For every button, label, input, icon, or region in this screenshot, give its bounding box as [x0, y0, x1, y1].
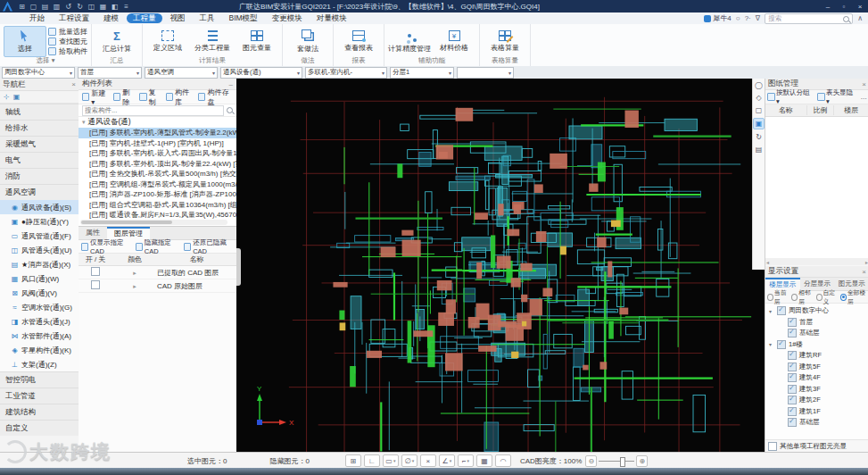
iso-view-icon[interactable]: ◇ [754, 93, 764, 103]
cad-viewport[interactable]: YX ◯◇▢▣↻▤ [236, 79, 765, 452]
ortho-mode-icon[interactable]: ∟ [364, 454, 380, 467]
user-account-chip[interactable]: 犀牛4 [704, 13, 731, 23]
component-list-item[interactable]: [已用] 多联机-室内机-薄型风管式-制冷量2.2(kW) [室内机 [79, 128, 236, 138]
more-options-icon[interactable]: … [861, 93, 868, 101]
slider-thumb[interactable] [620, 457, 625, 467]
sidebar-item-空调水管(通)(G)[interactable]: ≈空调水管(通)(G) [0, 300, 79, 314]
save-icon[interactable]: ▥ [52, 2, 62, 12]
close-icon[interactable]: × [862, 268, 866, 276]
component-list-item[interactable]: [已用] 组合式空调箱-卧式-风量10364(m3/h) [组合式空调 [79, 200, 236, 211]
sidebar-section-通风空调[interactable]: 通风空调 [0, 184, 79, 200]
floor-tree-item[interactable]: 建筑4F [765, 372, 868, 384]
list-view-icon[interactable]: ▤ [754, 145, 764, 154]
sidebar-section-自定义[interactable]: 自定义 [0, 420, 79, 436]
undo-icon[interactable]: ↺ [63, 2, 73, 12]
color-picker-icon[interactable]: ▸ [133, 270, 136, 276]
context-select-3[interactable]: 通风设备(通)▾ [220, 67, 302, 79]
tab-BIM模型[interactable]: BIM模型 [223, 13, 264, 23]
floor-tree-item[interactable]: ▾周田数字中心 [765, 305, 868, 317]
ribbon-button-图元查量[interactable]: 图元查量 [236, 26, 278, 57]
floor-checkbox[interactable] [788, 351, 797, 360]
layer-toolbar-还原已隐藏CAD[interactable]: 还原已隐藏CAD [184, 238, 234, 255]
component-search-input[interactable] [82, 105, 224, 116]
rect-mode-icon[interactable]: ▭▾ [383, 454, 399, 467]
sidebar-item-通风设备(通)(S)[interactable]: ◉通风设备(通)(S) [0, 200, 79, 214]
panel-settings-icon[interactable]: ▣ [13, 93, 21, 101]
component-list-item[interactable]: [已用] 室内机-挂壁式-1(HP) [室内机 1(HP)] [79, 138, 236, 149]
sidebar-section-轴线[interactable]: 轴线 [0, 104, 79, 120]
context-select-1[interactable]: 首层▾ [78, 67, 142, 79]
ribbon-button-材料价格[interactable]: 材料价格 [433, 26, 475, 57]
tab-视图[interactable]: 视图 [164, 13, 192, 23]
rotate-view-icon[interactable]: ↻ [754, 132, 764, 142]
tab-开始[interactable]: 开始 [23, 13, 51, 23]
layer-checkbox[interactable] [91, 280, 100, 289]
floor-tree-item[interactable]: 基础层 [765, 417, 868, 429]
ribbon-button-查找图元[interactable]: 查找图元 [48, 38, 87, 46]
close-icon[interactable]: × [71, 80, 76, 88]
radio-全部楼层[interactable]: 全部楼层 [840, 288, 867, 306]
layer-row[interactable]: ▸已提取的 CAD 图层 [79, 266, 236, 279]
sidebar-section-建筑结构[interactable]: 建筑结构 [0, 404, 79, 420]
scroll-left-icon[interactable]: ◂ [766, 259, 769, 265]
sidebar-section-给排水[interactable]: 给排水 [0, 120, 79, 136]
layer-toolbar-隐藏指定CAD[interactable]: 隐藏指定CAD [136, 238, 179, 255]
global-search-input[interactable]: 搜索 [765, 13, 853, 24]
context-select-4[interactable]: 多联机-室内机-▾ [305, 67, 387, 79]
sidebar-section-工业管道[interactable]: 工业管道 [0, 388, 79, 404]
sidebar-item-水管部件(通)(A)[interactable]: ⋈水管部件(通)(A) [0, 329, 79, 343]
sidebar-item-风阀(通)(V)[interactable]: ⊠风阀(通)(V) [0, 286, 79, 300]
tab-工程设置[interactable]: 工程设置 [53, 13, 95, 23]
brightness-plus-icon[interactable]: ⊕ [636, 455, 648, 467]
arc-mode-icon[interactable]: ◠ [495, 454, 511, 467]
redo-icon[interactable]: ↻ [75, 2, 85, 12]
maximize-icon[interactable]: ▫ [836, 0, 852, 12]
sidebar-section-消防[interactable]: 消防 [0, 168, 79, 184]
ribbon-button-定义区域[interactable]: 定义区域 [146, 26, 189, 57]
layer-row[interactable]: ▸CAD 原始图层 [79, 279, 236, 293]
sidebar-item-通风管道(通)(F)[interactable]: ▭通风管道(通)(F) [0, 229, 79, 243]
ribbon-button-分类工程量[interactable]: 分类工程量 [191, 26, 234, 57]
panel-grip[interactable] [236, 248, 241, 286]
context-select-5[interactable]: 分层1▾ [390, 67, 454, 79]
sidebar-section-电气[interactable]: 电气 [0, 152, 79, 168]
component-toolbar-新建[interactable]: 新建 ▾ [82, 88, 109, 106]
filter-icon[interactable]: ∇ [756, 14, 760, 22]
layer-toolbar-仅显示指定CAD[interactable]: 仅显示指定CAD [81, 238, 131, 255]
close-icon[interactable]: × [852, 0, 868, 12]
sidebar-item-●静压箱(通)(Y)[interactable]: ▣●静压箱(通)(Y) [0, 214, 79, 229]
horizontal-scrollbar[interactable]: ◂ ▸ [765, 258, 868, 265]
floor-tree-item[interactable]: 建筑3F [765, 384, 868, 396]
orbit-view-icon[interactable]: ◯ [754, 80, 764, 90]
floor-tree-item[interactable]: 建筑RF [765, 350, 868, 362]
floor-checkbox[interactable] [777, 306, 786, 315]
sidebar-item-零星构件(通)(K)[interactable]: ◈零星构件(通)(K) [0, 343, 79, 357]
panel-icon[interactable]: ◧ [110, 2, 120, 12]
floor-tree-item[interactable]: 建筑1F [765, 406, 868, 418]
color-picker-icon[interactable]: ▸ [133, 283, 136, 289]
snap-mode-icon[interactable]: ⌐▾ [458, 454, 474, 467]
tab-工程量[interactable]: 工程量 [127, 13, 162, 23]
horizontal-scrollbar[interactable] [80, 220, 227, 225]
grid-icon[interactable]: ▦ [98, 2, 108, 12]
cross-mode-icon[interactable]: × [420, 454, 436, 467]
ribbon-button-选择[interactable]: 选择 [4, 26, 46, 57]
tab-工具[interactable]: 工具 [194, 13, 221, 23]
floor-checkbox[interactable] [788, 362, 797, 371]
insert-icon[interactable]: ⊞ [17, 2, 27, 12]
marquee-mode-icon[interactable]: ⊞ [345, 454, 361, 467]
component-list-item[interactable]: [已用] 多联机-室外机-顶出风-制冷量22.4(kW) [室外机 专 [79, 159, 236, 170]
floor-tree-item[interactable]: ▾1#楼 [765, 339, 868, 351]
brightness-slider[interactable]: ⊖ ⊕ [585, 455, 648, 467]
context-select-6[interactable]: ▾ [457, 67, 514, 79]
grid-mode-icon[interactable]: ▦ [476, 454, 492, 467]
close-icon[interactable]: × [862, 80, 866, 88]
radio-相邻层[interactable]: 相邻层 [791, 288, 813, 306]
sidebar-section-采暖燃气[interactable]: 采暖燃气 [0, 136, 79, 152]
highlight-other-checkbox[interactable]: 其他单项工程图元亮显 [765, 439, 868, 452]
tab-对量模块[interactable]: 对量模块 [310, 13, 353, 23]
context-select-2[interactable]: 通风空调▾ [145, 67, 218, 79]
ribbon-button-汇总计算[interactable]: 汇总计算 [95, 26, 138, 57]
component-list-item[interactable]: [已用] 空调机组-薄型吊装式-额定风量1000(m3/h) [新风 [79, 179, 236, 190]
sheet-toolbar-按默认分组[interactable]: 按默认分组 ▾ [767, 88, 814, 105]
